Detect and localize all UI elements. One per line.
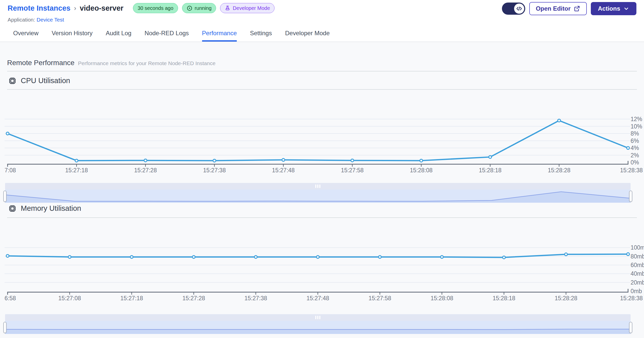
application-link[interactable]: Device Test <box>37 17 64 23</box>
divider <box>7 71 637 71</box>
developer-mode-badge: Developer Mode <box>220 3 275 13</box>
page-header: Remote Instances › video-server 30 secon… <box>0 0 644 30</box>
svg-text:15:27:28: 15:27:28 <box>182 295 205 302</box>
tab-developer-mode[interactable]: Developer Mode <box>285 30 330 42</box>
tab-settings[interactable]: Settings <box>250 30 272 42</box>
cpu-chip-icon <box>8 204 16 213</box>
page-title: Remote Performance <box>7 59 74 67</box>
svg-text:0mb: 0mb <box>631 288 642 294</box>
svg-text:15:27:28: 15:27:28 <box>134 167 157 174</box>
svg-text:15:27:38: 15:27:38 <box>203 167 226 174</box>
svg-text:15:28:28: 15:28:28 <box>548 167 571 174</box>
cpu-slider-track[interactable] <box>5 183 631 190</box>
svg-text:15:27:48: 15:27:48 <box>306 295 329 302</box>
svg-text:10%: 10% <box>631 123 642 130</box>
memory-slider-track[interactable] <box>5 314 631 321</box>
memory-slider-right-handle[interactable] <box>629 322 632 333</box>
svg-text:15:27:08: 15:27:08 <box>58 295 81 302</box>
svg-text:15:27:58: 15:27:58 <box>368 295 391 302</box>
breadcrumb-separator: › <box>73 4 77 12</box>
last-seen-badge: 30 seconds ago <box>133 3 178 13</box>
open-editor-button[interactable]: Open Editor <box>529 2 587 15</box>
svg-text:100mb: 100mb <box>631 244 644 251</box>
svg-text:8%: 8% <box>631 130 639 137</box>
tab-audit-log[interactable]: Audit Log <box>106 30 131 42</box>
cpu-chip-icon <box>8 77 16 85</box>
header-controls: Open Editor Actions <box>502 2 636 15</box>
memory-section-title: Memory Utilisation <box>21 204 81 213</box>
grip-icon[interactable] <box>315 316 320 319</box>
running-status-label: running <box>195 5 212 11</box>
cpu-section-title: CPU Utilisation <box>21 77 70 85</box>
last-seen-label: 30 seconds ago <box>138 5 173 11</box>
instance-name: video-server <box>80 4 124 12</box>
svg-text:80mb: 80mb <box>631 253 644 260</box>
svg-text:15:27:18: 15:27:18 <box>120 295 143 302</box>
beaker-icon <box>225 5 230 11</box>
svg-text:6%: 6% <box>631 138 639 144</box>
tab-performance[interactable]: Performance <box>202 30 237 42</box>
actions-button[interactable]: Actions <box>591 2 636 15</box>
svg-text:0%: 0% <box>631 159 639 166</box>
svg-text:15:27:58: 15:27:58 <box>341 167 364 174</box>
svg-text:15:28:08: 15:28:08 <box>410 167 433 174</box>
cpu-range-slider[interactable] <box>5 183 631 203</box>
svg-text:15:28:28: 15:28:28 <box>555 295 577 302</box>
external-link-icon <box>574 5 580 12</box>
memory-range-slider[interactable] <box>5 314 631 334</box>
memory-slider-left-handle[interactable] <box>3 322 7 333</box>
breadcrumb: Remote Instances › video-server 30 secon… <box>8 3 275 13</box>
svg-text:15:28:38: 15:28:38 <box>620 295 643 302</box>
svg-text:2%: 2% <box>631 152 639 159</box>
cpu-slider-right-handle[interactable] <box>629 191 632 202</box>
svg-text:20mb: 20mb <box>631 279 644 286</box>
cpu-slider-minimap[interactable] <box>5 190 631 203</box>
tab-overview[interactable]: Overview <box>13 30 38 42</box>
breadcrumb-parent-link[interactable]: Remote Instances <box>8 4 70 12</box>
svg-text:40mb: 40mb <box>631 270 644 277</box>
running-status-badge: running <box>182 3 216 13</box>
memory-section-header: Memory Utilisation <box>8 204 81 213</box>
svg-text:15:27:38: 15:27:38 <box>244 295 267 302</box>
grip-icon[interactable] <box>315 184 320 188</box>
cpu-utilisation-chart: 0%2%4%6%8%10%12%7:0815:27:1815:27:2815:2… <box>0 0 644 338</box>
actions-label: Actions <box>598 5 620 12</box>
svg-text:15:28:18: 15:28:18 <box>479 167 502 174</box>
svg-text:7:08: 7:08 <box>5 167 16 174</box>
tab-version-history[interactable]: Version History <box>52 30 92 42</box>
svg-text:60mb: 60mb <box>631 262 644 268</box>
svg-text:12%: 12% <box>631 116 642 122</box>
svg-text:15:27:48: 15:27:48 <box>272 167 295 174</box>
developer-mode-toggle[interactable] <box>502 3 525 15</box>
divider <box>7 89 637 90</box>
svg-text:4%: 4% <box>631 145 639 151</box>
play-circle-icon <box>187 5 192 11</box>
page-subtitle: Performance metrics for your Remote Node… <box>78 60 216 66</box>
svg-text:15:28:38: 15:28:38 <box>620 167 643 174</box>
open-editor-label: Open Editor <box>536 5 571 12</box>
application-row: Application:Device Test <box>8 17 64 23</box>
cpu-section-header: CPU Utilisation <box>8 77 70 85</box>
svg-text:15:28:08: 15:28:08 <box>431 295 453 302</box>
memory-slider-minimap[interactable] <box>5 321 631 334</box>
code-icon <box>514 4 524 14</box>
application-label: Application: <box>8 17 35 23</box>
svg-text:15:27:18: 15:27:18 <box>65 167 88 174</box>
svg-text:6:58: 6:58 <box>5 295 16 302</box>
cpu-slider-left-handle[interactable] <box>3 191 7 202</box>
developer-mode-label: Developer Mode <box>233 5 270 11</box>
tab-node-red-logs[interactable]: Node-RED Logs <box>145 30 189 42</box>
status-badges: 30 seconds ago running D <box>133 3 275 13</box>
divider <box>7 217 637 218</box>
tab-bar: Overview Version History Audit Log Node-… <box>0 30 644 42</box>
svg-text:15:28:18: 15:28:18 <box>493 295 515 302</box>
memory-utilisation-chart: 0mb20mb40mb60mb80mb100mb6:5815:27:0815:2… <box>0 0 644 338</box>
chevron-down-icon <box>623 6 629 12</box>
